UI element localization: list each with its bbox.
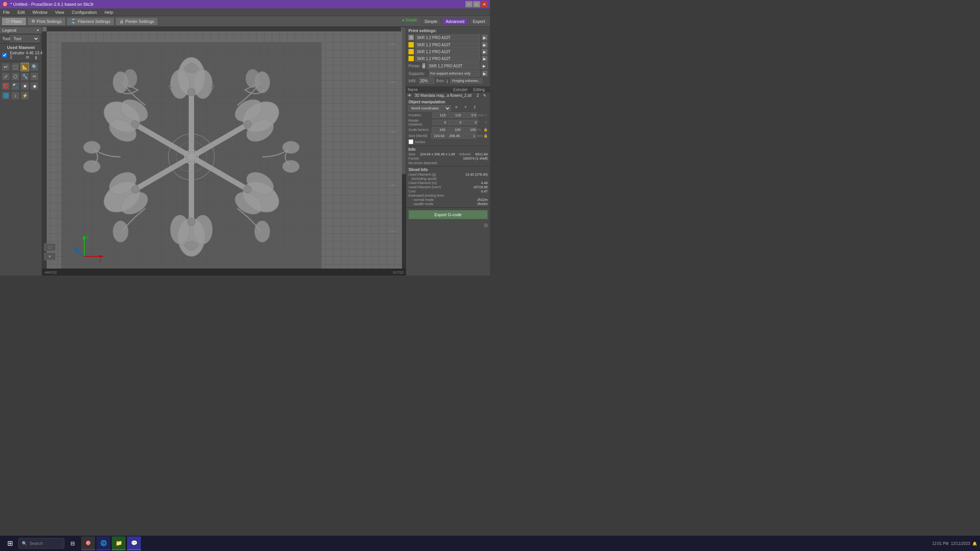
- filament-g-value: 13.40 (278.40): [465, 173, 488, 176]
- inches-checkbox[interactable]: [408, 139, 413, 144]
- position-x[interactable]: [432, 112, 447, 118]
- menu-window[interactable]: Window: [31, 9, 49, 15]
- tool-circle[interactable]: ⭕: [2, 82, 10, 90]
- object-row-1[interactable]: 👁 3D Mandala mag...a flowers_2.stl 2 ✎: [406, 93, 490, 98]
- printer-input[interactable]: [427, 62, 479, 69]
- tool-undo[interactable]: ↩: [2, 63, 10, 71]
- menu-view[interactable]: View: [54, 9, 66, 15]
- top-view-btn[interactable]: ≡: [44, 253, 56, 260]
- rotate-y[interactable]: [448, 120, 462, 125]
- rotate-row: Rotate (relative): ° +: [408, 119, 488, 126]
- supports-row: Supports: ▶: [408, 70, 488, 77]
- filament-mm3-label: Used Filament (mm³): [408, 185, 441, 189]
- tool-select[interactable]: ⬚: [11, 63, 20, 71]
- tool-settings[interactable]: 🔧: [21, 72, 29, 81]
- tool-height[interactable]: ↕: [11, 91, 20, 100]
- tool-dropdown[interactable]: Tool: [10, 35, 39, 42]
- filament-m-value: 4.46: [481, 181, 488, 185]
- svg-point-40: [188, 88, 195, 96]
- sliced-title: Sliced Info: [408, 168, 488, 172]
- viewport-canvas: 1.00 0.80 0.60 0.40 0.20 Y X: [42, 27, 406, 276]
- rotate-z[interactable]: [463, 120, 478, 125]
- tool-diamond[interactable]: ◆: [30, 82, 39, 90]
- inches-row: Inches: [408, 139, 488, 144]
- svg-point-45: [244, 186, 252, 193]
- menu-configuration[interactable]: Configuration: [70, 9, 98, 15]
- purging-volumes-btn[interactable]: Purging volumes...: [450, 78, 483, 83]
- object-edit-icon[interactable]: ✎: [483, 93, 488, 98]
- tool-globe[interactable]: 🌐: [2, 91, 10, 100]
- tab-print-settings[interactable]: ⚙ Print Settings: [27, 17, 66, 26]
- supports-settings-btn[interactable]: ▶: [482, 70, 488, 77]
- extruder-checkbox[interactable]: [2, 53, 7, 57]
- scale-plus[interactable]: 🔒: [483, 128, 488, 132]
- tab-filament-settings[interactable]: 🧵 Filament Settings: [67, 17, 114, 26]
- tool-light[interactable]: 🔦: [11, 82, 20, 90]
- tool-cut[interactable]: ✂: [30, 72, 39, 81]
- col-name: Name: [408, 88, 452, 92]
- brim-link[interactable]: ℹ: [446, 79, 448, 83]
- titlebar: 🎯 * Untitled - PrusaSlicer-2.6.1 based o…: [0, 0, 490, 8]
- perspective-view-btn[interactable]: ⬚: [44, 243, 56, 251]
- tool-rotate[interactable]: ⬡: [11, 72, 20, 81]
- mode-advanced[interactable]: Advanced: [442, 18, 468, 25]
- layer-label-100: 1.00: [389, 42, 395, 46]
- rotate-x[interactable]: [433, 120, 447, 125]
- size-x[interactable]: [431, 133, 446, 139]
- viewport[interactable]: 1.00 0.80 0.60 0.40 0.20 Y X: [42, 27, 406, 276]
- size-plus[interactable]: 🔒: [483, 134, 488, 138]
- printer-settings-btn[interactable]: ▶: [482, 34, 488, 41]
- info-size-value: 224.64 x 206.45 x 1.00: [420, 152, 455, 156]
- filament-row-2: ▶: [408, 49, 488, 55]
- tab-plater[interactable]: ⬡ Plater: [2, 17, 26, 26]
- supports-input[interactable]: [429, 70, 480, 77]
- svg-point-32: [83, 141, 100, 153]
- position-y[interactable]: [448, 112, 462, 118]
- mode-buttons: ● Simple Simple Advanced Expert: [402, 18, 488, 25]
- mode-expert[interactable]: Expert: [469, 18, 488, 25]
- maximize-button[interactable]: □: [473, 1, 480, 7]
- minimize-button[interactable]: −: [466, 1, 472, 7]
- menu-help[interactable]: Help: [103, 9, 115, 15]
- filament-settings-btn-1[interactable]: ▶: [482, 42, 488, 48]
- printer-settings-btn2[interactable]: ▶: [481, 62, 488, 69]
- infill-input[interactable]: [419, 78, 434, 84]
- sliced-cost-row: Cost 0.47: [408, 189, 488, 193]
- filament-color-2: [408, 49, 414, 54]
- tool-move[interactable]: 📐: [21, 63, 29, 71]
- printer-icon2: 🖨: [422, 63, 425, 68]
- coord-system-select[interactable]: World coordinates: [408, 105, 451, 111]
- tool-zoom[interactable]: 🔍: [30, 63, 39, 71]
- menu-file[interactable]: File: [2, 9, 11, 15]
- filament-input-3[interactable]: [415, 55, 480, 62]
- size-label: Size [World]:: [408, 134, 430, 138]
- filament-settings-btn-3[interactable]: ▶: [482, 55, 488, 62]
- sliced-info-panel: Sliced Info Used Filament (g) 13.40 (278…: [406, 166, 490, 208]
- legend-header[interactable]: Legend ▼: [0, 27, 42, 34]
- tool-bolt[interactable]: ⚡: [21, 91, 29, 100]
- tool-fill[interactable]: ■: [21, 82, 29, 90]
- filament-input-2[interactable]: [415, 49, 480, 55]
- size-y[interactable]: [446, 133, 461, 139]
- tool-scale[interactable]: ⤢: [2, 72, 10, 81]
- scale-z[interactable]: [462, 127, 477, 132]
- export-gcode-button[interactable]: Export G-code: [408, 210, 488, 219]
- position-z[interactable]: [463, 112, 477, 118]
- scale-x[interactable]: [432, 127, 446, 132]
- menu-edit[interactable]: Edit: [16, 9, 26, 15]
- tab-printer-settings[interactable]: 🖨 Printer Settings: [115, 17, 158, 26]
- printer-config-input[interactable]: [415, 34, 480, 41]
- mode-simple[interactable]: Simple: [421, 18, 441, 25]
- position-plus[interactable]: +: [485, 113, 488, 117]
- panel-gear-icon[interactable]: ⚙: [483, 222, 488, 228]
- rotate-plus[interactable]: +: [485, 121, 488, 124]
- vertical-scrollbar[interactable]: [402, 27, 406, 272]
- filament-input-1[interactable]: [415, 42, 480, 48]
- col-editing: Editing: [473, 88, 488, 92]
- scale-y[interactable]: [447, 127, 462, 132]
- filament-settings-btn-2[interactable]: ▶: [482, 49, 488, 55]
- legend-title: Legend: [2, 28, 16, 33]
- visibility-icon[interactable]: 👁: [408, 93, 413, 98]
- size-z[interactable]: [462, 133, 476, 139]
- close-button[interactable]: ✕: [481, 1, 488, 7]
